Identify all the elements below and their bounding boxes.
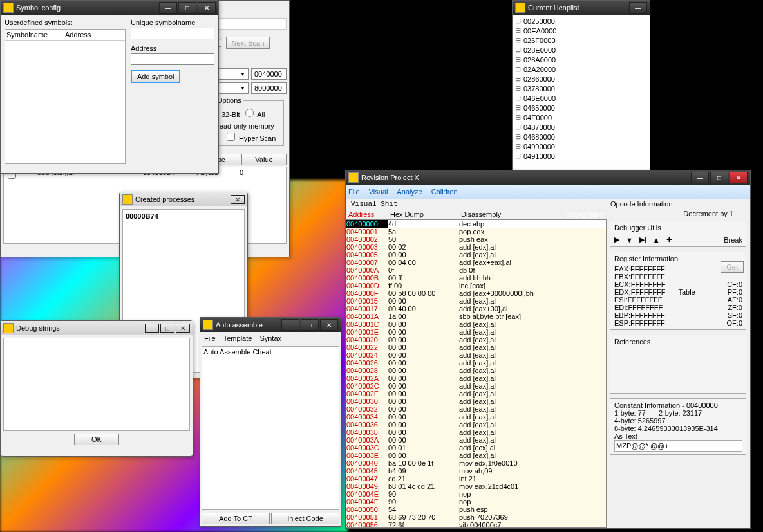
address-input[interactable] — [131, 53, 214, 65]
rev-menu-visual[interactable]: Visual — [369, 188, 388, 196]
plus-icon[interactable]: ✚ — [666, 235, 672, 244]
minimize-button[interactable]: — — [159, 2, 177, 14]
heap-item[interactable]: 026F0000 — [514, 35, 648, 45]
check-hyperscan[interactable]: Hyper Scan — [224, 134, 276, 142]
disasm-row[interactable]: 0040005672 6fvjb 004000c7 — [346, 521, 606, 528]
add-to-ct-button[interactable]: Add To CT — [202, 513, 270, 524]
minimize-button[interactable]: — — [145, 324, 159, 333]
disasm-row[interactable]: 0040002E00 00add [eax],al — [346, 390, 606, 398]
disasm-row[interactable]: 00400040ba 10 00 0e 1fmov edx,1f0e0010 — [346, 459, 606, 467]
rev-menu-file[interactable]: File — [348, 188, 360, 196]
debug-titlebar[interactable]: Debug strings — □ ✕ — [1, 321, 193, 335]
disasm-row[interactable]: 0040000B00 ffadd bh,bh — [346, 274, 606, 282]
maximize-button[interactable]: □ — [178, 2, 196, 14]
break-button[interactable]: Break — [724, 236, 742, 244]
step-down-icon[interactable]: ▼ — [626, 236, 633, 244]
disasm-row[interactable]: 00400045b4 09mov ah,09 — [346, 467, 606, 475]
auto-text-area[interactable]: Auto Assemble Cheat — [202, 346, 339, 510]
disasm-row[interactable]: 0040005168 69 73 20 70push 70207369 — [346, 513, 606, 521]
inject-code-button[interactable]: Inject Code — [271, 513, 339, 524]
disasm-row[interactable]: 00400049b8 01 4c cd 21mov eax,21cd4c01 — [346, 482, 606, 490]
disasm-row[interactable]: 0040000700 04 00add [eax+eax],al — [346, 259, 606, 266]
disasm-row[interactable]: 0040002600 00add [eax],al — [346, 359, 606, 367]
heap-item[interactable]: 03780000 — [514, 84, 648, 93]
disasm-row[interactable]: 0040000300 02add [edx],al — [346, 243, 606, 251]
add-symbol-button[interactable]: Add symbol — [131, 70, 180, 83]
revision-titlebar[interactable]: Revision Project X — □ ✕ — [346, 170, 750, 185]
disasm-row[interactable]: 0040001A1a 00sbb al,byte ptr [eax] — [346, 313, 606, 320]
disasm-row[interactable]: 0040003800 00add [eax],al — [346, 428, 606, 436]
heap-item[interactable]: 00250000 — [514, 16, 648, 26]
disasm-row[interactable]: 0040002800 00add [eax],al — [346, 367, 606, 374]
close-button[interactable]: ✕ — [198, 2, 216, 14]
disasm-row[interactable]: 0040000Dff 00inc [eax] — [346, 282, 606, 289]
disasm-row[interactable]: 0040002200 00add [eax],al — [346, 344, 606, 351]
heaplist-body[interactable]: 0025000000EA0000026F0000028E0000028A0000… — [513, 15, 650, 172]
disasm-row[interactable]: 0040003000 00add [eax],al — [346, 398, 606, 405]
heap-item[interactable]: 02860000 — [514, 74, 648, 84]
heaplist-titlebar[interactable]: Current Heaplist — — [513, 1, 650, 15]
auto-menu-syntax[interactable]: Syntax — [259, 335, 281, 342]
disasm-row[interactable]: 0040000500 00add [eax],al — [346, 251, 606, 259]
auto-titlebar[interactable]: Auto assemble — □ ✕ — [200, 318, 341, 332]
heap-item[interactable]: 04910000 — [514, 151, 648, 161]
maximize-button[interactable]: □ — [160, 324, 174, 333]
radio-all[interactable]: All — [242, 111, 265, 118]
process-item[interactable]: 00000B74 — [126, 212, 158, 220]
disasm-row[interactable]: 0040002C00 00add [eax],al — [346, 382, 606, 390]
disasm-row[interactable]: 0040001700 40 00add [eax+00],al — [346, 305, 606, 313]
disasm-row[interactable]: 0040001500 00add [eax],al — [346, 297, 606, 305]
disasm-row[interactable]: 0040004F90nop — [346, 498, 606, 506]
step-over-icon[interactable]: ▶| — [639, 235, 646, 244]
disasm-row[interactable]: 0040003A00 00add [eax],al — [346, 436, 606, 444]
value1-input[interactable] — [251, 68, 287, 80]
col-val[interactable]: Value — [241, 154, 287, 165]
heap-item[interactable]: 04680000 — [514, 132, 648, 142]
disasm-row[interactable]: 0040003600 00add [eax],al — [346, 421, 606, 428]
eject-icon[interactable]: ▲ — [653, 236, 660, 244]
disasm-row[interactable]: 0040000A0fdb 0f — [346, 266, 606, 274]
heap-item[interactable]: 04870000 — [514, 122, 648, 132]
minimize-button[interactable]: — — [629, 2, 647, 14]
heap-item[interactable]: 04E0000 — [514, 113, 648, 122]
ok-button[interactable]: OK — [74, 434, 119, 445]
disasm-row[interactable]: 0040005054push esp — [346, 506, 606, 513]
disasm-row[interactable]: 0040003C00 01add [ecx],al — [346, 444, 606, 452]
disasm-row[interactable]: 0040003400 00add [eax],al — [346, 413, 606, 421]
close-button[interactable]: ✕ — [320, 319, 338, 331]
close-button[interactable]: ✕ — [176, 324, 190, 333]
disasm-row[interactable]: 0040004E90nop — [346, 490, 606, 498]
disasm-row[interactable]: 0040003200 00add [eax],al — [346, 405, 606, 413]
heap-item[interactable]: 00EA0000 — [514, 26, 648, 35]
minimize-button[interactable]: — — [281, 319, 299, 331]
maximize-button[interactable]: □ — [301, 319, 319, 331]
symbol-titlebar[interactable]: Symbol config — □ ✕ — [1, 1, 218, 15]
heap-item[interactable]: 04650000 — [514, 103, 648, 113]
play-icon[interactable]: ▶ — [614, 235, 619, 244]
disasm-row[interactable]: 0040002A00 00add [eax],al — [346, 374, 606, 382]
disasm-row[interactable]: 0040001E00 00add [eax],al — [346, 328, 606, 336]
heap-item[interactable]: 028A0000 — [514, 55, 648, 64]
minimize-button[interactable]: — — [691, 172, 709, 183]
disasm-row[interactable]: 0040000F00 b8 00 00 00add [eax+00000000]… — [346, 289, 606, 297]
auto-menu-file[interactable]: File — [204, 335, 216, 342]
heap-item[interactable]: 02A20000 — [514, 64, 648, 74]
symbolname-input[interactable] — [131, 28, 214, 39]
close-button[interactable]: ✕ — [231, 195, 245, 204]
disasm-row[interactable]: 004000015apop edx — [346, 228, 606, 235]
disasm-row[interactable]: 0040003E00 00add [eax],al — [346, 452, 606, 459]
disasm-row[interactable]: 0040000250push eax — [346, 235, 606, 243]
rev-menu-analyze[interactable]: Analyze — [397, 188, 422, 196]
disasm-row[interactable]: 0040002400 00add [eax],al — [346, 351, 606, 359]
close-button[interactable]: ✕ — [730, 172, 748, 183]
maximize-button[interactable]: □ — [710, 172, 728, 183]
heap-item[interactable]: 046E0000 — [514, 93, 648, 103]
auto-menu-template[interactable]: Template — [223, 335, 252, 342]
value2-input[interactable] — [251, 82, 287, 94]
disasm-row[interactable]: 0040002000 00add [eax],al — [346, 336, 606, 344]
heap-item[interactable]: 028E0000 — [514, 45, 648, 55]
heap-item[interactable]: 04990000 — [514, 142, 648, 151]
disasm-row[interactable]: 0040001C00 00add [eax],al — [346, 320, 606, 328]
rev-menu-children[interactable]: Children — [431, 188, 458, 196]
created-titlebar[interactable]: Created processes ✕ — [120, 192, 247, 206]
